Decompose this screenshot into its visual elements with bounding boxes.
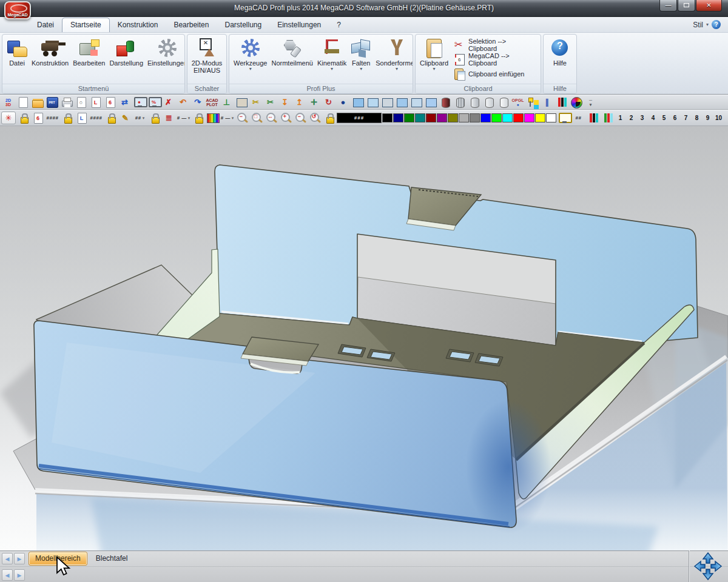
falten-button[interactable]: Falten ▾ <box>349 36 373 72</box>
tab-einstellungen[interactable]: Einstellungen <box>269 18 329 32</box>
lock-zoom-button[interactable] <box>322 112 336 124</box>
color-swatch-gray[interactable] <box>470 113 480 122</box>
pan-navigation-icon[interactable] <box>693 552 723 581</box>
view-iso-3-button[interactable] <box>380 96 394 109</box>
datei-button[interactable]: Datei <box>5 36 29 68</box>
page-marker-button[interactable]: L <box>89 96 103 109</box>
print-preview-button[interactable]: ○ <box>74 96 88 109</box>
rotate-view-button[interactable]: ↻ <box>322 96 335 109</box>
view-iso-1-button[interactable] <box>351 96 365 109</box>
render-hiddenline-button[interactable] <box>467 96 481 109</box>
zoom-previous-button[interactable]: ↺ <box>308 112 322 124</box>
screen-scale-button[interactable]: % <box>147 96 161 109</box>
toggle-2d-3d-view[interactable]: 2D3D <box>1 96 15 109</box>
insert-down-button[interactable]: ↧ <box>278 96 292 109</box>
current-color-display[interactable]: ### <box>337 113 382 123</box>
quick-layer-4[interactable]: 4 <box>648 112 658 124</box>
hilfe-button[interactable]: Hilfe <box>548 36 572 68</box>
open-file-button[interactable] <box>30 96 44 109</box>
view-iso-2-button[interactable] <box>365 96 379 109</box>
lock-pens-button[interactable] <box>147 112 161 124</box>
maximize-button[interactable] <box>678 0 695 12</box>
tab-blechtafel[interactable]: Blechtafel <box>90 552 134 565</box>
lock-attributes-button[interactable] <box>16 112 30 124</box>
toolbar-overflow-button[interactable]: ─▾ <box>584 96 598 109</box>
tab-help[interactable]: ? <box>329 18 349 32</box>
coordinate-axes-button[interactable]: ⊥ <box>220 96 234 109</box>
redo-button[interactable]: ↷ <box>190 96 204 109</box>
quick-layer-9[interactable]: 9 <box>703 112 713 124</box>
render-flat-button[interactable] <box>482 96 496 109</box>
color-swatch-silver[interactable] <box>459 113 469 122</box>
color-palette-button[interactable] <box>206 112 220 124</box>
minimize-button[interactable]: — <box>659 0 677 12</box>
color-swatch-blue[interactable] <box>480 113 491 122</box>
undo-button[interactable]: ↶ <box>176 96 190 109</box>
color-swatch-red[interactable] <box>513 113 524 122</box>
delete-elements-button[interactable]: ✗ <box>161 96 175 109</box>
zoom-fit-button[interactable]: ↔ <box>264 112 278 124</box>
color-swatch-purple[interactable] <box>437 113 447 122</box>
tab-scroll-left-button[interactable]: ◀ <box>2 553 13 564</box>
group-number-display[interactable]: #### <box>46 112 59 124</box>
kinematik-button[interactable]: Kinematik ▾ <box>315 36 348 72</box>
close-button[interactable]: ✕ <box>696 0 722 12</box>
view-window-button[interactable] <box>423 96 437 109</box>
new-file-button[interactable] <box>16 96 30 109</box>
pen-style-button[interactable]: ✎ <box>118 112 132 124</box>
line-width-display[interactable]: # —▾ <box>220 112 234 124</box>
hscroll-right-button[interactable]: ▶ <box>14 569 25 581</box>
einstellungen-button[interactable]: Einstellungen <box>146 36 185 68</box>
render-mode-dark-button[interactable] <box>438 96 452 109</box>
konstruktion-button[interactable]: Konstruktion <box>30 36 70 68</box>
color-swatch-white[interactable] <box>546 113 556 122</box>
axes-3d-button[interactable]: ✛ <box>307 96 321 109</box>
save-prt-button[interactable]: PRT <box>45 96 59 109</box>
extract-up-button[interactable]: ↥ <box>292 96 306 109</box>
color-swatch-olive[interactable] <box>448 113 458 122</box>
cut-move-button[interactable]: ✂ <box>263 96 277 109</box>
style-selector[interactable]: Stil▾ ? <box>693 20 721 29</box>
selektion-clipboard-button[interactable]: Selektion --> Clipboard <box>451 38 538 52</box>
color-swatch-navy[interactable] <box>393 113 403 122</box>
color-wheel-button[interactable] <box>569 96 583 109</box>
print-button[interactable] <box>59 96 73 109</box>
zoom-in-button[interactable]: + <box>278 112 292 124</box>
quick-layer-10[interactable]: 10 <box>713 112 724 124</box>
box-view-button[interactable] <box>234 96 248 109</box>
cut-elements-button[interactable]: ✂ <box>249 96 263 109</box>
quick-layer-6[interactable]: 6 <box>670 112 680 124</box>
werkzeuge-button[interactable]: Werkzeuge ▾ <box>232 36 269 72</box>
view-iso-4-button[interactable] <box>394 96 408 109</box>
line-style-button[interactable]: ≣ <box>162 112 176 124</box>
layer-page-button[interactable]: L <box>75 112 89 124</box>
quick-layer-7[interactable]: 7 <box>681 112 691 124</box>
screen-color-button[interactable] <box>557 112 571 124</box>
color-swatch-lime[interactable] <box>491 113 502 122</box>
shaded-view-button[interactable]: ● <box>336 96 350 109</box>
render-wireframe-button[interactable] <box>453 96 467 109</box>
tab-datei[interactable]: Datei <box>29 18 62 32</box>
screen-redraw-button[interactable]: ● <box>132 96 146 109</box>
parallel-view-button[interactable]: ∥ <box>540 96 554 109</box>
color-swatch-teal[interactable] <box>415 113 425 122</box>
view-iso-5-button[interactable] <box>409 96 423 109</box>
layer-number-display[interactable]: #### <box>89 112 103 124</box>
opengl-settings-button[interactable]: OPGL● <box>511 96 525 109</box>
color-swatch-green[interactable] <box>404 113 414 122</box>
tab-konstruktion[interactable]: Konstruktion <box>110 18 166 32</box>
multicolor-list-button[interactable] <box>554 96 568 109</box>
sonderformen-button[interactable]: Sonderformen ▾ <box>374 36 413 72</box>
structure-tree-button[interactable] <box>525 96 539 109</box>
help-icon[interactable]: ? <box>712 20 721 29</box>
line-type-display[interactable]: # —▾ <box>177 112 190 124</box>
lock-lines-button[interactable] <box>191 112 205 124</box>
hscroll-left-button[interactable]: ◀ <box>2 569 13 581</box>
title-bar[interactable]: MegaCAD Profi plus 2014 MegaCAD Software… <box>0 0 728 17</box>
viewport-3d[interactable] <box>0 126 728 550</box>
tab-startseite[interactable]: Startseite <box>62 18 110 32</box>
attribute-highlight-button[interactable]: ✳ <box>1 112 16 124</box>
quick-layer-5[interactable]: 5 <box>659 112 669 124</box>
megacad-clipboard-button[interactable]: MegaCAD --> Clipboard <box>451 52 538 67</box>
layer-color-list-1[interactable] <box>586 112 600 124</box>
